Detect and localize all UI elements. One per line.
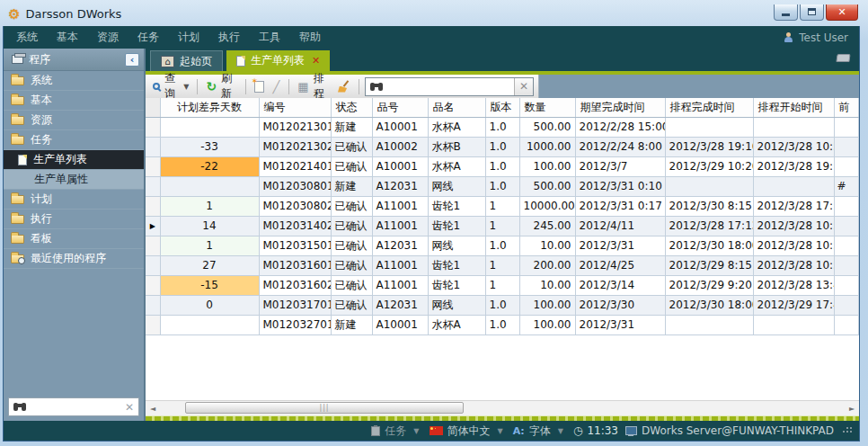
table-cell[interactable]: A12031 (372, 236, 428, 255)
record-selector-cell[interactable] (146, 236, 160, 255)
table-cell[interactable]: A12031 (372, 176, 428, 196)
table-cell[interactable]: 1 (485, 255, 519, 275)
minimize-button[interactable] (774, 4, 798, 21)
sidebar-item[interactable]: 基本 (4, 91, 144, 111)
table-cell[interactable]: 新建 (331, 117, 372, 137)
table-row[interactable]: -15M012031602已确认A11001齿轮1110.002012/3/14… (146, 275, 859, 295)
table-cell[interactable]: M012031701 (259, 295, 331, 315)
record-selector-cell[interactable] (146, 196, 160, 216)
table-cell[interactable]: M012031601 (259, 255, 331, 275)
table-cell[interactable]: 1.0 (485, 137, 519, 156)
table-cell[interactable] (834, 275, 859, 295)
resize-grip-icon[interactable] (846, 427, 848, 429)
table-cell[interactable]: 10.00 (519, 236, 575, 255)
plan-diff-cell[interactable]: 14 (160, 216, 259, 236)
current-row-marker[interactable]: ▶ (146, 216, 160, 236)
clear-grid-search-button[interactable]: ✕ (514, 78, 533, 95)
sidebar-search-input[interactable] (31, 401, 120, 414)
sidebar-item[interactable]: 计划 (4, 190, 144, 210)
close-tab-icon[interactable]: ✕ (312, 55, 320, 67)
chevron-down-icon[interactable]: ▼ (558, 427, 563, 435)
table-cell[interactable]: 2012/3/28 13:40 (753, 275, 834, 295)
table-cell[interactable]: A10002 (372, 137, 428, 156)
table-cell[interactable]: 2012/3/28 10:52 (753, 236, 834, 255)
column-header[interactable]: 品号 (372, 98, 428, 117)
table-cell[interactable] (834, 137, 859, 156)
menu-item[interactable]: 基本 (57, 30, 78, 45)
sidebar-item[interactable]: 资源 (4, 111, 144, 130)
record-selector-cell[interactable] (146, 275, 160, 295)
table-cell[interactable]: A11001 (372, 255, 428, 275)
table-cell[interactable]: 新建 (331, 176, 372, 196)
table-cell[interactable]: 齿轮1 (428, 216, 485, 236)
table-cell[interactable]: 1 (485, 275, 519, 295)
overflow-marker-cell[interactable]: # (834, 176, 859, 196)
record-selector-cell[interactable] (146, 176, 160, 196)
table-cell[interactable]: 2012/3/29 9:20 (665, 275, 753, 295)
table-cell[interactable] (834, 196, 859, 216)
table-cell[interactable]: 已确认 (331, 236, 372, 255)
scrollbar-track[interactable]: ||| (160, 401, 845, 415)
sidebar-item[interactable]: 执行 (4, 210, 144, 229)
table-cell[interactable]: 2012/3/14 (575, 275, 665, 295)
table-cell[interactable]: 1.0 (485, 176, 519, 196)
table-cell[interactable] (834, 156, 859, 176)
table-cell[interactable] (834, 236, 859, 255)
new-document-icon[interactable] (254, 81, 264, 93)
record-selector-cell[interactable] (146, 117, 160, 137)
table-cell[interactable]: 2012/2/24 8:00 (575, 137, 665, 156)
table-cell[interactable]: 2012/3/28 19:10 (753, 156, 834, 176)
table-row[interactable]: 1M012031501已确认A12031网线1.010.002012/3/312… (146, 236, 859, 255)
scroll-left-icon[interactable]: ◄ (146, 401, 160, 416)
table-cell[interactable] (834, 117, 859, 137)
menu-item[interactable]: 帮助 (299, 30, 321, 45)
table-cell[interactable]: 已确认 (331, 137, 372, 156)
table-cell[interactable] (665, 315, 753, 334)
table-cell[interactable]: A11001 (372, 196, 428, 216)
table-row[interactable]: M012021301新建A10001水杯A1.0500.002012/2/28 … (146, 117, 859, 137)
table-cell[interactable]: 齿轮1 (428, 275, 485, 295)
table-cell[interactable]: 500.00 (519, 117, 575, 137)
table-cell[interactable]: 2012/3/30 (575, 295, 665, 315)
plan-diff-cell[interactable]: 1 (160, 196, 259, 216)
table-cell[interactable]: 500.00 (519, 176, 575, 196)
table-row[interactable]: -33M012021302已确认A10002水杯B1.01000.002012/… (146, 137, 859, 156)
table-cell[interactable]: 2012/3/30 18:00 (665, 295, 753, 315)
table-cell[interactable]: 1.0 (485, 236, 519, 255)
table-cell[interactable]: 1.0 (485, 117, 519, 137)
sidebar-item[interactable]: 最近使用的程序 (4, 249, 144, 269)
plan-diff-cell[interactable]: 1 (160, 236, 259, 255)
table-cell[interactable]: 2012/3/28 17:13 (665, 216, 753, 236)
table-row[interactable]: 1M012030802已确认A11001齿轮1110000.002012/3/3… (146, 196, 859, 216)
table-cell[interactable]: 2012/3/31 (575, 315, 665, 334)
table-cell[interactable]: 1 (485, 196, 519, 216)
table-cell[interactable]: 1.0 (485, 295, 519, 315)
menu-item[interactable]: 系统 (16, 30, 38, 45)
chevron-down-icon[interactable]: ▼ (413, 427, 419, 435)
table-cell[interactable] (665, 117, 753, 137)
table-cell[interactable]: 水杯A (428, 117, 485, 137)
table-row[interactable]: ▶14M012031402已确认A11001齿轮11245.002012/4/1… (146, 216, 859, 236)
table-cell[interactable]: M012021401 (259, 156, 331, 176)
record-selector-cell[interactable] (146, 295, 160, 315)
sidebar-item[interactable]: 看板 (4, 229, 144, 249)
record-selector-cell[interactable] (146, 255, 160, 275)
menu-item[interactable]: 资源 (97, 30, 119, 45)
chevron-down-icon[interactable]: ▼ (183, 83, 189, 91)
menu-item[interactable]: 计划 (178, 30, 199, 45)
table-cell[interactable]: 2012/4/11 (575, 216, 665, 236)
table-cell[interactable]: 水杯A (428, 156, 485, 176)
table-cell[interactable]: M012021301 (259, 117, 331, 137)
table-cell[interactable]: 网线 (428, 295, 485, 315)
column-header[interactable]: 品名 (428, 98, 485, 117)
table-cell[interactable]: 水杯A (428, 315, 485, 334)
table-cell[interactable]: 2012/3/7 (575, 156, 665, 176)
scrollbar-thumb[interactable]: ||| (185, 402, 464, 414)
table-cell[interactable]: 已确认 (331, 295, 372, 315)
table-cell[interactable] (834, 295, 859, 315)
table-cell[interactable]: 2012/3/28 19:10 (665, 137, 753, 156)
sidebar-item[interactable]: 系统 (4, 71, 144, 91)
user-menu[interactable]: Test User (784, 31, 848, 44)
table-cell[interactable]: 2012/3/29 17:46 (753, 295, 834, 315)
table-cell[interactable]: A10001 (372, 117, 428, 137)
